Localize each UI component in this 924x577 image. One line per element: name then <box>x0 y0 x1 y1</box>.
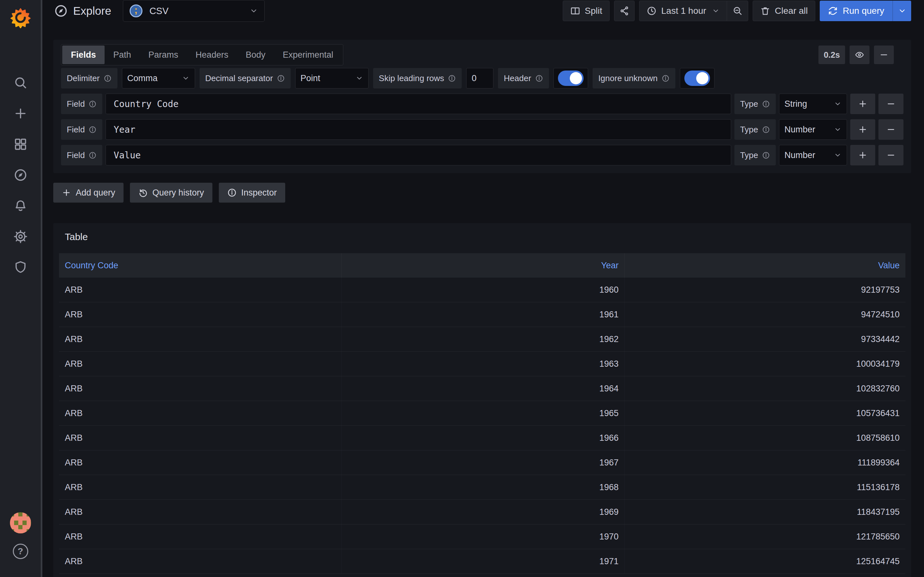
table-row: ARB 1968 115136178 <box>59 475 905 500</box>
skip-leading-rows-label: Skip leading rows <box>373 68 462 89</box>
cell-country-code: ARB <box>59 500 342 524</box>
datasource-picker[interactable]: ; CSV <box>123 0 265 22</box>
alerting-bell-icon[interactable] <box>13 199 27 213</box>
add-query-label: Add query <box>76 188 115 198</box>
minus-icon <box>886 99 896 109</box>
table-row: ARB 1971 125164745 <box>59 549 905 574</box>
field-label: Field <box>61 145 102 165</box>
share-button[interactable] <box>614 1 635 21</box>
field-type-select[interactable]: Number <box>779 119 847 140</box>
cell-value: 97334442 <box>625 334 905 344</box>
column-header-value[interactable]: Value <box>625 261 905 271</box>
remove-field-button[interactable] <box>879 93 903 114</box>
query-history-button[interactable]: Query history <box>130 183 212 203</box>
sidebar: ? <box>0 0 42 577</box>
field-type-select[interactable]: Number <box>779 145 847 165</box>
csv-datasource-icon: ; <box>129 5 142 17</box>
query-editor-header: Fields Path Params Headers Body Experime… <box>61 44 903 65</box>
field-type-select[interactable]: String <box>779 93 847 114</box>
field-row: Field Type Number <box>61 145 903 165</box>
inspector-button[interactable]: Inspector <box>219 183 285 203</box>
user-avatar[interactable] <box>10 512 31 533</box>
cell-value: 92197753 <box>625 285 905 295</box>
type-label: Type <box>734 93 776 114</box>
table-row: ARB 1965 105736431 <box>59 401 905 426</box>
info-icon <box>762 126 770 134</box>
query-history-label: Query history <box>152 188 204 198</box>
decimal-separator-select[interactable]: Point <box>295 68 368 89</box>
info-icon <box>89 126 97 134</box>
sidebar-bottom: ? <box>10 512 31 559</box>
chevron-down-icon <box>834 151 842 159</box>
remove-field-button[interactable] <box>879 119 903 140</box>
configuration-gear-icon[interactable] <box>13 229 27 243</box>
delimiter-select[interactable]: Comma <box>122 68 195 89</box>
minus-icon <box>886 150 896 160</box>
grafana-logo[interactable] <box>10 7 31 28</box>
skip-leading-rows-input[interactable] <box>466 68 493 89</box>
plus-icon <box>61 188 71 197</box>
tab-fields[interactable]: Fields <box>62 45 105 64</box>
field-name-input[interactable] <box>105 119 731 140</box>
cell-value: 105736431 <box>625 408 905 418</box>
info-icon <box>762 100 770 108</box>
header-toggle[interactable] <box>553 68 588 89</box>
tab-body[interactable]: Body <box>237 45 274 64</box>
clock-icon <box>646 6 657 16</box>
column-header-country-code[interactable]: Country Code <box>59 253 342 277</box>
ignore-unknown-label: Ignore unknown <box>593 68 675 89</box>
cell-value: 94724510 <box>625 309 905 319</box>
cell-year: 1963 <box>342 351 625 376</box>
explore-compass-icon[interactable] <box>13 168 27 182</box>
tab-params[interactable]: Params <box>140 45 187 64</box>
cell-country-code: ARB <box>59 401 342 425</box>
minus-icon <box>879 50 889 60</box>
admin-shield-icon[interactable] <box>13 260 27 274</box>
cell-country-code: ARB <box>59 277 342 302</box>
time-range-button[interactable]: Last 1 hour <box>640 1 727 21</box>
split-button[interactable]: Split <box>563 1 610 21</box>
run-query-button[interactable]: Run query <box>820 1 893 21</box>
field-name-input[interactable] <box>105 145 731 165</box>
history-icon <box>138 188 148 197</box>
remove-field-button[interactable] <box>879 145 903 165</box>
cell-year: 1970 <box>342 524 625 549</box>
clear-all-button[interactable]: Clear all <box>753 1 815 21</box>
field-row: Field Type String <box>61 93 903 114</box>
zoom-out-time-button[interactable] <box>727 1 748 21</box>
hide-response-button[interactable] <box>850 45 869 64</box>
dashboards-icon[interactable] <box>13 137 27 151</box>
query-editor-panel: Fields Path Params Headers Body Experime… <box>53 40 911 173</box>
ignore-unknown-toggle[interactable] <box>680 68 714 89</box>
info-icon <box>103 74 111 82</box>
cell-country-code: ARB <box>59 426 342 450</box>
explore-actions-row: Add query Query history Inspector <box>53 183 911 203</box>
tab-path[interactable]: Path <box>105 45 140 64</box>
query-row-actions: 0.2s <box>819 45 894 64</box>
collapse-query-button[interactable] <box>874 45 894 64</box>
split-panes-icon <box>570 6 580 16</box>
cell-year: 1965 <box>342 401 625 425</box>
header-label: Header <box>498 68 549 89</box>
help-icon[interactable]: ? <box>13 544 28 559</box>
tab-headers[interactable]: Headers <box>187 45 237 64</box>
cell-year: 1968 <box>342 475 625 500</box>
add-query-button[interactable]: Add query <box>53 183 124 203</box>
run-query-dropdown-button[interactable] <box>893 1 911 21</box>
cell-value: 100034179 <box>625 359 905 369</box>
add-field-button[interactable] <box>850 93 875 114</box>
cell-year: 1967 <box>342 450 625 475</box>
column-header-year[interactable]: Year <box>342 253 625 277</box>
cell-country-code: ARB <box>59 376 342 401</box>
search-icon[interactable] <box>13 76 27 90</box>
add-field-button[interactable] <box>850 119 875 140</box>
create-plus-icon[interactable] <box>13 106 27 121</box>
info-icon <box>535 74 543 82</box>
cell-year: 1962 <box>342 327 625 351</box>
field-name-input[interactable] <box>105 93 731 114</box>
plus-icon <box>858 150 867 160</box>
tab-experimental[interactable]: Experimental <box>274 45 342 64</box>
chevron-down-icon <box>250 7 258 15</box>
cell-year: 1971 <box>342 549 625 574</box>
add-field-button[interactable] <box>850 145 875 165</box>
